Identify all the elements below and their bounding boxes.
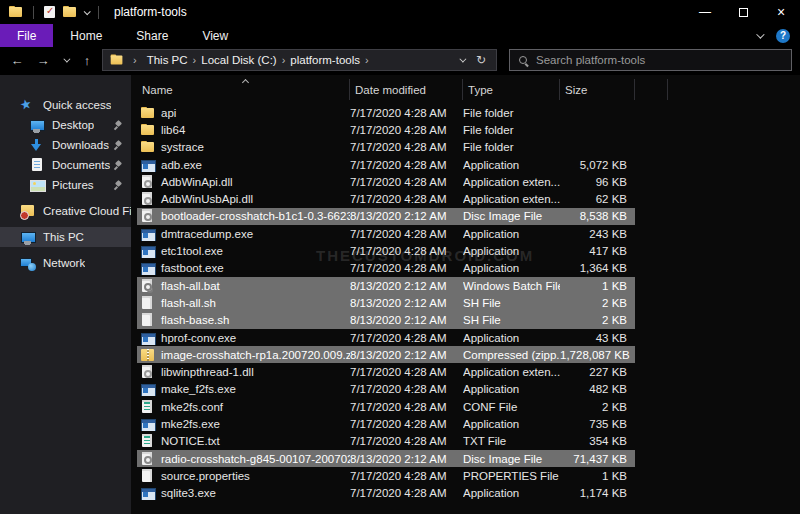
- window-title: platform-tools: [114, 5, 187, 19]
- back-button[interactable]: ←: [6, 49, 28, 71]
- search-box[interactable]: [509, 49, 792, 71]
- file-name: fastboot.exe: [161, 262, 224, 274]
- file-name: mke2fs.conf: [161, 401, 223, 413]
- help-icon[interactable]: ?: [776, 29, 790, 43]
- ribbon-tabs: FileHomeShareView: [0, 24, 245, 47]
- breadcrumb-item[interactable]: This PC: [145, 54, 190, 66]
- breadcrumb-item[interactable]: Local Disk (C:): [199, 54, 278, 66]
- folder-icon: [140, 123, 155, 137]
- table-row[interactable]: radio-crosshatch-g845-00107-200702-b-...…: [137, 450, 635, 467]
- divider: [33, 6, 34, 19]
- table-row[interactable]: NOTICE.txt7/17/2020 4:28 AMTXT File354 K…: [137, 433, 635, 450]
- chevron-right-icon: ›: [190, 54, 200, 66]
- table-row[interactable]: etc1tool.exe7/17/2020 4:28 AMApplication…: [137, 242, 635, 259]
- tab-file[interactable]: File: [0, 24, 53, 47]
- sidebar-item-label: Quick access: [43, 99, 111, 111]
- address-bar[interactable]: › This PC›Local Disk (C:)›platform-tools…: [102, 49, 497, 71]
- breadcrumb-item[interactable]: platform-tools: [288, 54, 362, 66]
- sidebar-item-network[interactable]: Network: [0, 253, 131, 273]
- table-row[interactable]: api7/17/2020 4:28 AMFile folder: [137, 104, 635, 121]
- tab-home[interactable]: Home: [53, 24, 119, 47]
- file-name: radio-crosshatch-g845-00107-200702-b-...: [161, 453, 350, 465]
- sidebar-item-downloads[interactable]: Downloads: [0, 135, 131, 155]
- pc-icon: [20, 230, 36, 245]
- table-row[interactable]: libwinpthread-1.dll7/17/2020 4:28 AMAppl…: [137, 363, 635, 380]
- refresh-icon[interactable]: ↻: [476, 53, 486, 67]
- table-row[interactable]: flash-base.sh8/13/2020 2:12 AMSH File2 K…: [137, 312, 635, 329]
- recent-locations-chevron-icon[interactable]: [58, 49, 72, 71]
- table-row[interactable]: flash-all.bat8/13/2020 2:12 AMWindows Ba…: [137, 277, 635, 294]
- table-row[interactable]: adb.exe7/17/2020 4:28 AMApplication5,072…: [137, 156, 635, 173]
- sidebar-item-pictures[interactable]: Pictures: [0, 175, 131, 195]
- file-name: flash-all.sh: [161, 297, 216, 309]
- sidebar-item-label: Documents: [52, 159, 110, 171]
- address-dropdown-chevron-icon[interactable]: [459, 55, 466, 62]
- size-cell: 354 KB: [560, 435, 635, 447]
- app-folder-icon: [8, 5, 24, 19]
- exe-icon: [140, 261, 155, 275]
- size-cell: 8,538 KB: [560, 210, 635, 222]
- table-row[interactable]: image-crosshatch-rp1a.200720.009.zip8/13…: [137, 346, 635, 363]
- column-header-size[interactable]: Size: [560, 79, 635, 100]
- table-row[interactable]: mke2fs.conf7/17/2020 4:28 AMCONF File2 K…: [137, 398, 635, 415]
- minimize-button[interactable]: —: [686, 0, 724, 24]
- pictures-icon: [29, 178, 45, 193]
- table-row[interactable]: source.properties7/17/2020 4:28 AMPROPER…: [137, 467, 635, 484]
- maximize-button[interactable]: [724, 0, 762, 24]
- search-input[interactable]: [536, 54, 783, 66]
- file-name: flash-base.sh: [161, 314, 229, 326]
- customize-toolbar-chevron-icon[interactable]: [84, 8, 91, 15]
- file-name-cell: make_f2fs.exe: [137, 382, 350, 396]
- size-cell: 96 KB: [560, 176, 635, 188]
- table-row[interactable]: lib647/17/2020 4:28 AMFile folder: [137, 121, 635, 138]
- disc-icon: [140, 452, 155, 466]
- page-icon: [140, 296, 155, 310]
- up-button[interactable]: ↑: [76, 49, 98, 71]
- tab-view[interactable]: View: [185, 24, 245, 47]
- sidebar-item-label: Pictures: [52, 179, 94, 191]
- file-name-cell: NOTICE.txt: [137, 434, 350, 448]
- table-row[interactable]: dmtracedump.exe7/17/2020 4:28 AMApplicat…: [137, 225, 635, 242]
- forward-button[interactable]: →: [32, 49, 54, 71]
- tab-share[interactable]: Share: [119, 24, 185, 47]
- column-headers: NameDate modifiedTypeSize: [131, 75, 800, 100]
- properties-icon[interactable]: [43, 5, 56, 19]
- table-row[interactable]: systrace7/17/2020 4:28 AMFile folder: [137, 139, 635, 156]
- close-button[interactable]: ×: [762, 0, 800, 24]
- file-name-cell: api: [137, 106, 350, 120]
- file-name: make_f2fs.exe: [161, 383, 236, 395]
- page-icon: [140, 313, 155, 327]
- expand-ribbon-chevron-icon[interactable]: [756, 30, 764, 38]
- column-header-date-modified[interactable]: Date modified: [350, 79, 463, 100]
- type-cell: File folder: [463, 107, 560, 119]
- date-modified-cell: 7/17/2020 4:28 AM: [350, 159, 463, 171]
- document-icon: [29, 158, 45, 173]
- title-bar: platform-tools — ×: [0, 0, 800, 24]
- file-name-cell: image-crosshatch-rp1a.200720.009.zip: [137, 348, 350, 362]
- table-row[interactable]: bootloader-crosshatch-b1c1-0.3-6623201..…: [137, 208, 635, 225]
- table-row[interactable]: AdbWinApi.dll7/17/2020 4:28 AMApplicatio…: [137, 173, 635, 190]
- chevron-right-icon: ›: [279, 54, 289, 66]
- file-name: AdbWinApi.dll: [161, 176, 233, 188]
- table-row[interactable]: make_f2fs.exe7/17/2020 4:28 AMApplicatio…: [137, 381, 635, 398]
- sidebar-item-quick-access[interactable]: Quick access: [0, 95, 131, 115]
- pin-icon: [112, 120, 123, 131]
- sidebar-item-this-pc[interactable]: This PC: [0, 227, 131, 247]
- sidebar-item-desktop[interactable]: Desktop: [0, 115, 131, 135]
- table-row[interactable]: mke2fs.exe7/17/2020 4:28 AMApplication73…: [137, 415, 635, 432]
- column-header-type[interactable]: Type: [463, 79, 560, 100]
- date-modified-cell: 8/13/2020 2:12 AM: [350, 210, 463, 222]
- date-modified-cell: 7/17/2020 4:28 AM: [350, 366, 463, 378]
- table-row[interactable]: flash-all.sh8/13/2020 2:12 AMSH File2 KB: [137, 294, 635, 311]
- date-modified-cell: 8/13/2020 2:12 AM: [350, 349, 463, 361]
- sidebar-item-documents[interactable]: Documents: [0, 155, 131, 175]
- type-cell: Application: [463, 487, 560, 499]
- new-folder-icon[interactable]: [62, 5, 78, 19]
- maximize-icon: [739, 8, 748, 17]
- column-header-name[interactable]: Name: [137, 79, 350, 100]
- table-row[interactable]: hprof-conv.exe7/17/2020 4:28 AMApplicati…: [137, 329, 635, 346]
- table-row[interactable]: sqlite3.exe7/17/2020 4:28 AMApplication1…: [137, 485, 635, 502]
- table-row[interactable]: fastboot.exe7/17/2020 4:28 AMApplication…: [137, 260, 635, 277]
- table-row[interactable]: AdbWinUsbApi.dll7/17/2020 4:28 AMApplica…: [137, 190, 635, 207]
- sidebar-item-creative-cloud-files[interactable]: Creative Cloud Files: [0, 201, 131, 221]
